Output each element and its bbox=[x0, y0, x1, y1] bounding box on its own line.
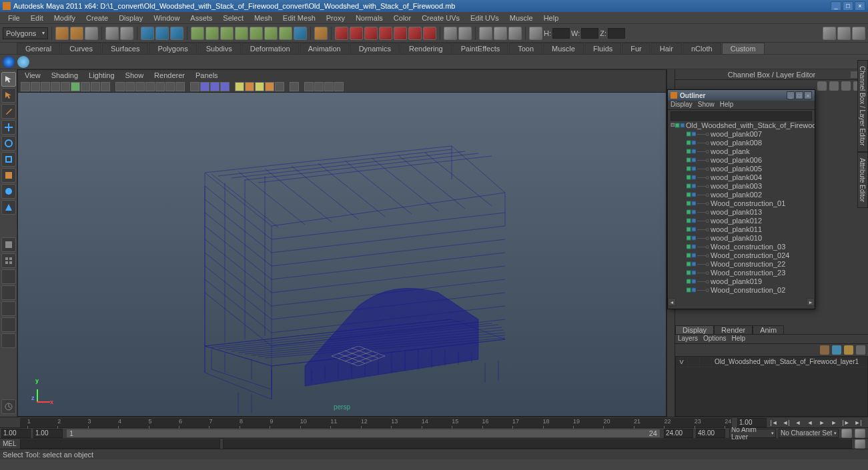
outliner-close-button[interactable]: × bbox=[804, 91, 812, 99]
soft-mod-tool[interactable] bbox=[1, 184, 16, 199]
menu-color[interactable]: Color bbox=[388, 13, 416, 23]
vp-light-icon[interactable] bbox=[275, 82, 284, 91]
vp-menu-panels[interactable]: Panels bbox=[191, 71, 222, 79]
scroll-left-button[interactable]: ◄ bbox=[668, 298, 676, 306]
autokey-toggle-icon[interactable] bbox=[841, 429, 852, 438]
rp-mode-icon[interactable] bbox=[817, 81, 827, 91]
outliner-menu-show[interactable]: Show bbox=[698, 101, 715, 109]
shelf-tab-fur[interactable]: Fur bbox=[622, 43, 650, 54]
render-settings-icon[interactable] bbox=[364, 27, 378, 40]
menu-assets[interactable]: Assets bbox=[185, 13, 218, 23]
outliner-window[interactable]: Outliner _ □ × DisplayShowHelp ⊟Old_Wood… bbox=[667, 89, 815, 309]
vp-film-gate-icon[interactable] bbox=[81, 82, 90, 91]
menu-edit-mesh[interactable]: Edit Mesh bbox=[278, 13, 321, 23]
shelf-tab-polygons[interactable]: Polygons bbox=[149, 43, 196, 54]
render-icon[interactable] bbox=[379, 27, 392, 40]
layer-tab-anim[interactable]: Anim bbox=[753, 325, 784, 334]
outliner-item[interactable]: ──owood_plank004 bbox=[668, 173, 815, 181]
vp-shaded-icon[interactable] bbox=[125, 82, 135, 91]
fast-forward-button[interactable]: ►| bbox=[853, 418, 863, 427]
layout-icon[interactable] bbox=[458, 27, 472, 40]
script-editor-icon[interactable] bbox=[855, 439, 865, 449]
layout-custom-icon[interactable] bbox=[1, 317, 16, 332]
shelf-tab-ncloth[interactable]: nCloth bbox=[683, 43, 721, 54]
manip-tool[interactable] bbox=[1, 168, 16, 183]
vp-misc-icon[interactable] bbox=[314, 82, 324, 91]
vp-select-camera-icon[interactable] bbox=[21, 82, 30, 91]
shelf-tab-curves[interactable]: Curves bbox=[61, 43, 101, 54]
menu-edit-uvs[interactable]: Edit UVs bbox=[465, 13, 504, 23]
quick-icon[interactable] bbox=[17, 56, 29, 68]
vp-isolate-icon[interactable] bbox=[200, 82, 209, 91]
outliner-item[interactable]: ──owood_plank012 bbox=[668, 216, 815, 225]
ui-toggle-icon[interactable] bbox=[837, 27, 851, 40]
vp-xray-icon[interactable] bbox=[175, 82, 185, 91]
menu-edit[interactable]: Edit bbox=[25, 13, 49, 23]
shelf-tab-dynamics[interactable]: Dynamics bbox=[350, 43, 400, 54]
layer-tab-display[interactable]: Display bbox=[675, 325, 714, 334]
vp-wireframe-icon[interactable] bbox=[115, 82, 125, 91]
menu-display[interactable]: Display bbox=[113, 13, 148, 23]
rp-mode-icon[interactable] bbox=[841, 81, 851, 91]
outliner-hscrollbar[interactable]: ◄ ► bbox=[668, 298, 815, 306]
coord-w-input[interactable] bbox=[581, 28, 598, 39]
layer-menu-layers[interactable]: Layers bbox=[678, 335, 698, 343]
snap-icon[interactable] bbox=[264, 27, 278, 40]
time-track[interactable]: 123456789101112131415161718192021222324 bbox=[20, 418, 732, 427]
layout-two-h-icon[interactable] bbox=[1, 269, 16, 284]
outliner-item[interactable]: ──oWood_construction_024 bbox=[668, 251, 815, 259]
range-slider[interactable]: 1.00 1.00 1 24 24.00 48.00 No Anim Layer… bbox=[0, 427, 868, 438]
outliner-item[interactable]: ──oWood_construction_01 bbox=[668, 199, 815, 207]
render-icon[interactable] bbox=[408, 27, 422, 40]
outliner-item[interactable]: ──owood_plank005 bbox=[668, 164, 815, 173]
layout-two-v-icon[interactable] bbox=[1, 285, 16, 300]
maximize-button[interactable]: □ bbox=[843, 1, 853, 11]
layout-single-icon[interactable] bbox=[1, 237, 16, 252]
vp-light-icon[interactable] bbox=[255, 82, 264, 91]
shelf-tab-surfaces[interactable]: Surfaces bbox=[102, 43, 148, 54]
expand-toggle-icon[interactable]: ⊟ bbox=[671, 122, 675, 128]
move-tool[interactable] bbox=[1, 120, 16, 135]
outliner-item[interactable]: ──owood_plank008 bbox=[668, 138, 815, 147]
step-back-button[interactable]: ◄| bbox=[781, 418, 791, 427]
anim-layer-selector[interactable]: No Anim Layer bbox=[729, 429, 776, 438]
snap-grid-icon[interactable] bbox=[191, 27, 204, 40]
time-slider[interactable]: 123456789101112131415161718192021222324 … bbox=[0, 417, 868, 427]
menu-muscle[interactable]: Muscle bbox=[504, 13, 538, 23]
vp-menu-shading[interactable]: Shading bbox=[47, 71, 82, 79]
snap-icon[interactable] bbox=[279, 27, 292, 40]
coord-z-input[interactable] bbox=[608, 28, 625, 39]
vp-menu-show[interactable]: Show bbox=[121, 71, 148, 79]
play-back-button[interactable]: ◄ bbox=[805, 418, 815, 427]
layer-row[interactable]: V Old_Woodshed_with_Stack_of_Firewood_la… bbox=[676, 357, 867, 367]
menu-select[interactable]: Select bbox=[218, 13, 249, 23]
prefs-icon[interactable] bbox=[855, 429, 865, 438]
quick-icon[interactable] bbox=[3, 56, 15, 68]
outliner-item[interactable]: ──owood_plank bbox=[668, 147, 815, 155]
outliner-maximize-button[interactable]: □ bbox=[795, 91, 803, 99]
redo-icon[interactable] bbox=[120, 27, 133, 40]
shelf-tab-rendering[interactable]: Rendering bbox=[400, 43, 452, 54]
close-button[interactable]: × bbox=[855, 1, 865, 11]
paint-select-tool[interactable] bbox=[1, 104, 16, 119]
playback-end-field[interactable]: 24.00 bbox=[664, 429, 693, 438]
layer-type-toggle[interactable] bbox=[688, 357, 700, 367]
vp-misc-icon[interactable] bbox=[324, 82, 334, 91]
rewind-button[interactable]: |◄ bbox=[769, 418, 779, 427]
vp-menu-view[interactable]: View bbox=[21, 71, 45, 79]
layer-visibility-toggle[interactable]: V bbox=[676, 357, 688, 367]
outliner-titlebar[interactable]: Outliner _ □ × bbox=[668, 90, 815, 101]
vp-grid-icon[interactable] bbox=[71, 82, 80, 91]
anim-end-field[interactable]: 48.00 bbox=[696, 429, 725, 438]
shelf-tab-muscle[interactable]: Muscle bbox=[543, 43, 584, 54]
layer-icon[interactable] bbox=[820, 345, 829, 355]
layer-color-swatch[interactable] bbox=[700, 357, 712, 367]
rotate-tool[interactable] bbox=[1, 136, 16, 151]
sel-mask-icon[interactable] bbox=[170, 27, 183, 40]
outliner-item[interactable]: ──owood_plank011 bbox=[668, 225, 815, 233]
vp-bookmark-icon[interactable] bbox=[41, 82, 50, 91]
layout-icon[interactable] bbox=[444, 27, 457, 40]
layer-new-icon[interactable] bbox=[844, 345, 853, 355]
menu-create[interactable]: Create bbox=[81, 13, 113, 23]
key-back-button[interactable]: ◄ bbox=[793, 418, 803, 427]
